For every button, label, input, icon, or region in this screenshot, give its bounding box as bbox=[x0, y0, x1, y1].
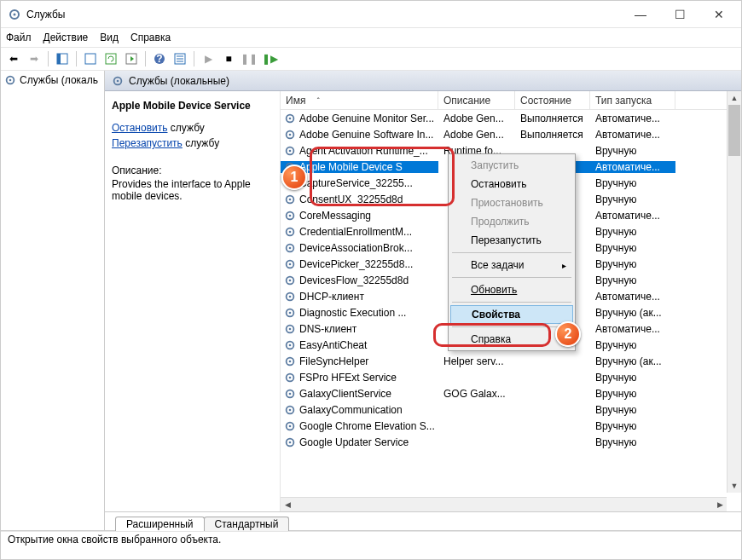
ctx-refresh[interactable]: Обновить bbox=[450, 280, 573, 299]
scroll-down-icon[interactable]: ▼ bbox=[728, 479, 741, 493]
ctx-properties[interactable]: Свойства bbox=[450, 305, 573, 324]
table-row[interactable]: Google Chrome Elevation S...Вручную bbox=[281, 418, 741, 434]
table-row[interactable]: Google Updater ServiceВручную bbox=[281, 434, 741, 450]
content-header: Службы (локальные) bbox=[105, 71, 741, 91]
scroll-right-icon[interactable]: ▶ bbox=[713, 498, 727, 511]
tab-standard[interactable]: Стандартный bbox=[204, 517, 290, 531]
menu-file[interactable]: Файл bbox=[6, 32, 32, 43]
pause-service-button[interactable]: ❚❚ bbox=[240, 49, 258, 68]
show-hide-tree-button[interactable] bbox=[53, 49, 72, 68]
service-name: FSPro HFExt Service bbox=[299, 372, 397, 384]
table-row[interactable]: GalaxyCommunicationВручную bbox=[281, 401, 741, 418]
scroll-left-icon[interactable]: ◀ bbox=[281, 498, 294, 511]
service-name: DNS-клиент bbox=[299, 323, 357, 335]
maximize-button[interactable]: ☐ bbox=[668, 8, 692, 21]
restart-service-button[interactable]: ❚▶ bbox=[260, 49, 279, 68]
col-desc[interactable]: Описание bbox=[438, 91, 515, 109]
refresh-button[interactable] bbox=[101, 49, 120, 68]
gear-icon bbox=[284, 242, 296, 254]
main-area: Службы (локаль Службы (локальные) Apple … bbox=[1, 71, 741, 531]
ctx-all-tasks[interactable]: Все задачи bbox=[450, 256, 573, 274]
table-row[interactable]: Adobe Genuine Software In...Adobe Gen...… bbox=[281, 126, 741, 142]
gear-icon bbox=[4, 74, 16, 86]
service-startup: Вручную bbox=[590, 226, 675, 238]
svg-point-22 bbox=[289, 149, 292, 152]
service-state: Выполняется bbox=[515, 129, 590, 141]
service-startup: Вручную bbox=[590, 420, 675, 432]
menu-action[interactable]: Действие bbox=[43, 32, 89, 43]
callout-1 bbox=[310, 147, 455, 206]
gear-icon bbox=[284, 258, 296, 270]
gear-icon bbox=[284, 145, 296, 157]
svg-rect-5 bbox=[106, 54, 116, 64]
col-name[interactable]: Имя ˆ bbox=[281, 91, 438, 109]
service-desc: Adobe Gen... bbox=[438, 113, 515, 124]
service-name: DeviceAssociationBrok... bbox=[299, 242, 413, 254]
service-desc: Adobe Gen... bbox=[438, 129, 515, 141]
table-row[interactable]: GalaxyClientServiceGOG Galax...Вручную bbox=[281, 385, 741, 401]
svg-point-54 bbox=[289, 408, 292, 411]
svg-rect-3 bbox=[57, 54, 61, 64]
forward-button[interactable]: ➡ bbox=[25, 49, 43, 68]
scroll-up-icon[interactable]: ▲ bbox=[728, 91, 741, 105]
menu-help[interactable]: Справка bbox=[130, 32, 171, 43]
view-tabs: Расширенный Стандартный bbox=[105, 511, 741, 530]
stop-link[interactable]: Остановить bbox=[112, 122, 168, 134]
content-header-label: Службы (локальные) bbox=[129, 75, 229, 87]
service-startup: Вручную bbox=[590, 436, 675, 448]
service-startup: Вручную bbox=[590, 388, 675, 400]
vertical-scrollbar[interactable]: ▲ ▼ bbox=[727, 91, 741, 493]
close-button[interactable]: ✕ bbox=[707, 8, 731, 21]
export-button[interactable] bbox=[122, 49, 141, 68]
service-startup: Вручную bbox=[590, 258, 675, 270]
restart-link[interactable]: Перезапустить bbox=[112, 137, 183, 149]
services-icon bbox=[8, 8, 21, 21]
window-title: Службы bbox=[26, 9, 629, 20]
gear-icon bbox=[112, 75, 124, 87]
back-button[interactable]: ⬅ bbox=[4, 49, 23, 68]
service-name: DevicePicker_32255d8... bbox=[299, 258, 413, 270]
service-name: Google Chrome Elevation S... bbox=[299, 420, 435, 432]
menu-view[interactable]: Вид bbox=[100, 32, 119, 43]
service-name: Adobe Genuine Software In... bbox=[299, 129, 433, 141]
table-row[interactable]: Adobe Genuine Monitor Ser...Adobe Gen...… bbox=[281, 110, 741, 126]
service-startup: Вручную bbox=[590, 193, 675, 205]
service-name: GalaxyClientService bbox=[299, 388, 391, 400]
service-name: Diagnostic Execution ... bbox=[299, 307, 406, 319]
service-name: CredentialEnrollmentM... bbox=[299, 226, 412, 238]
start-service-button[interactable]: ▶ bbox=[199, 49, 217, 68]
svg-point-30 bbox=[289, 214, 292, 216]
badge-2: 2 bbox=[555, 321, 581, 347]
col-state[interactable]: Состояние bbox=[515, 91, 590, 109]
service-startup: Вручную (ак... bbox=[590, 355, 675, 367]
table-row[interactable]: FSPro HFExt ServiceВручную bbox=[281, 369, 741, 385]
properties-button[interactable] bbox=[171, 49, 189, 68]
tree-item-services[interactable]: Службы (локаль bbox=[3, 72, 102, 88]
service-name: GalaxyCommunication bbox=[299, 404, 403, 416]
service-name: Adobe Genuine Monitor Ser... bbox=[299, 113, 434, 124]
service-startup: Вручную bbox=[590, 372, 675, 384]
svg-point-1 bbox=[14, 13, 16, 15]
export-list-button[interactable] bbox=[81, 49, 100, 68]
col-startup[interactable]: Тип запуска bbox=[590, 91, 675, 109]
status-bar: Открытие окна свойств выбранного объекта… bbox=[1, 531, 741, 548]
help-button[interactable]: ? bbox=[150, 49, 169, 68]
service-name: CoreMessaging bbox=[299, 210, 371, 222]
ctx-stop[interactable]: Остановить bbox=[450, 175, 573, 193]
gear-icon bbox=[284, 113, 296, 124]
svg-point-48 bbox=[289, 360, 292, 362]
callout-2 bbox=[433, 323, 551, 347]
stop-service-button[interactable]: ■ bbox=[219, 49, 238, 68]
description-label: Описание: bbox=[112, 165, 273, 176]
gear-icon bbox=[284, 274, 296, 286]
gear-icon bbox=[284, 339, 296, 351]
table-row[interactable]: FileSyncHelperHelper serv...Вручную (ак.… bbox=[281, 353, 741, 369]
minimize-button[interactable]: — bbox=[629, 8, 652, 21]
gear-icon bbox=[284, 355, 296, 367]
service-desc: GOG Galax... bbox=[438, 388, 515, 400]
scroll-thumb[interactable] bbox=[728, 105, 740, 156]
ctx-restart[interactable]: Перезапустить bbox=[450, 231, 573, 250]
horizontal-scrollbar[interactable]: ◀ ▶ bbox=[281, 497, 727, 511]
badge-1: 1 bbox=[281, 165, 307, 190]
tab-extended[interactable]: Расширенный bbox=[115, 517, 205, 531]
